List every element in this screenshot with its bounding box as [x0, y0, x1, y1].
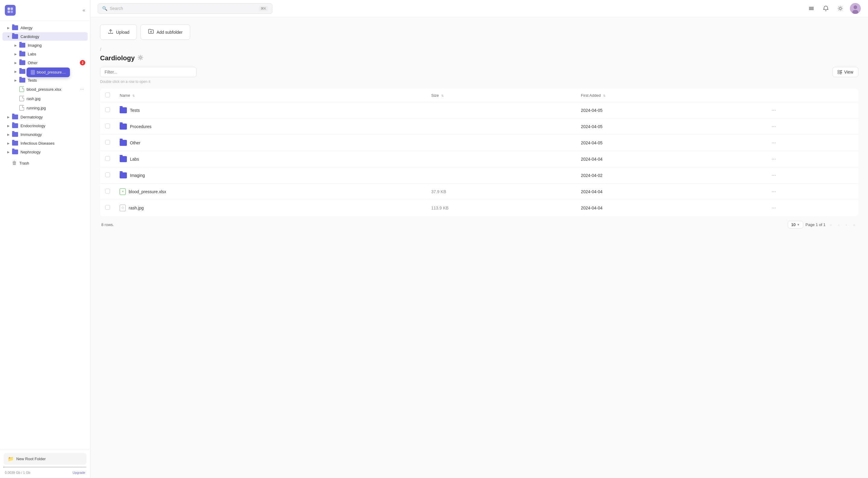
table-row[interactable]: Procedures2024-04-05··· — [100, 119, 858, 135]
storage-used-text: 0.0039 Gb / 1 Gb — [5, 471, 30, 474]
sidebar-item-label: rash.jpg — [27, 96, 84, 101]
sidebar-item-allergy[interactable]: ▶ Allergy — [2, 24, 88, 32]
upgrade-button[interactable]: Upgrade — [73, 471, 85, 474]
sidebar-item-label: Imaging — [28, 43, 84, 47]
menu-button[interactable] — [807, 4, 816, 13]
svg-rect-1 — [10, 7, 13, 10]
row-more-button[interactable]: ··· — [770, 187, 777, 196]
spacer: ▶ — [6, 161, 11, 165]
sidebar-item-immunology[interactable]: ▶ Immunology — [2, 130, 88, 139]
sidebar-item-rash[interactable]: rash.jpg — [2, 94, 88, 103]
sidebar-item-cardiology[interactable]: ▼ Cardiology — [2, 32, 88, 41]
settings-button[interactable] — [138, 55, 143, 62]
folder-icon — [19, 60, 25, 65]
row-checkbox[interactable] — [105, 156, 110, 161]
sidebar-footer: 📁 New Root Folder 0.0039 Gb / 1 Gb Upgra… — [0, 449, 90, 478]
chevron-down-icon: ▼ — [797, 223, 800, 226]
row-checkbox[interactable] — [105, 172, 110, 177]
first-page-button[interactable]: « — [828, 221, 834, 228]
topbar-actions — [807, 3, 861, 14]
new-root-label: New Root Folder — [16, 456, 46, 461]
sidebar-item-dermatology[interactable]: ▶ Dermatology — [2, 113, 88, 121]
settings-icon — [138, 55, 143, 60]
more-icon[interactable]: ··· — [80, 87, 84, 92]
table-row[interactable]: Imaging2024-04-02··· — [100, 167, 858, 184]
notification-button[interactable] — [821, 4, 831, 13]
prev-page-button[interactable]: ‹ — [836, 221, 841, 228]
theme-toggle-button[interactable] — [835, 4, 845, 13]
row-more-button[interactable]: ··· — [770, 171, 777, 180]
filter-input[interactable] — [100, 67, 196, 77]
file-name-text: Procedures — [130, 124, 152, 129]
add-subfolder-button[interactable]: Add subfolder — [141, 24, 190, 40]
sun-icon — [837, 5, 843, 11]
view-button[interactable]: View — [832, 67, 858, 77]
sidebar-item-label: running.jpg — [27, 106, 84, 110]
row-more-button[interactable]: ··· — [770, 203, 777, 212]
new-root-folder-button[interactable]: 📁 New Root Folder — [4, 453, 87, 465]
last-page-button[interactable]: » — [851, 221, 857, 228]
svg-rect-24 — [840, 70, 842, 71]
sidebar-item-blood-pressure[interactable]: blood_pressure.xlsx ··· — [2, 85, 88, 94]
sidebar-item-label: Other — [28, 61, 84, 65]
folder-icon — [12, 34, 18, 39]
sort-icon[interactable]: ⇅ — [132, 94, 135, 97]
jpg-file-icon — [19, 105, 24, 110]
file-table: Name ⇅ Size ⇅ First Added ⇅ Tests202 — [100, 89, 858, 216]
file-name-cell: Labs — [120, 156, 422, 162]
sidebar-item-imaging[interactable]: ▶ Imaging — [2, 41, 88, 50]
row-checkbox[interactable] — [105, 205, 110, 210]
row-more-button[interactable]: ··· — [770, 138, 777, 147]
chevron-right-icon: ▶ — [13, 69, 18, 74]
avatar[interactable] — [850, 3, 861, 14]
table-row[interactable]: rash.jpg113.9 KB2024-04-04··· — [100, 200, 858, 216]
column-size: Size ⇅ — [427, 89, 576, 102]
row-more-button[interactable]: ··· — [770, 122, 777, 131]
badge: 2 — [80, 60, 85, 65]
page-size-select[interactable]: 10 ▼ — [788, 221, 803, 228]
table-row[interactable]: Labs2024-04-04··· — [100, 151, 858, 167]
chevron-right-icon: ▶ — [6, 123, 11, 128]
topbar: 🔍 Search ⌘K — [90, 0, 868, 17]
row-checkbox[interactable] — [105, 107, 110, 112]
file-name-cell: Other — [120, 140, 422, 146]
add-subfolder-label: Add subfolder — [156, 30, 182, 35]
next-page-button[interactable]: › — [844, 221, 849, 228]
sidebar-collapse-button[interactable]: « — [83, 7, 85, 13]
row-more-button[interactable]: ··· — [770, 155, 777, 163]
sidebar-item-other[interactable]: ▶ Other 2 blood_pressure.... — [2, 59, 88, 67]
row-more-button[interactable]: ··· — [770, 106, 777, 115]
svg-rect-22 — [838, 70, 839, 72]
row-checkbox[interactable] — [105, 140, 110, 145]
sidebar-item-labs[interactable]: ▶ Labs — [2, 50, 88, 58]
svg-rect-27 — [840, 73, 841, 74]
sidebar-item-infectious-diseases[interactable]: ▶ Infectious Diseases — [2, 139, 88, 148]
row-checkbox[interactable] — [105, 124, 110, 128]
page-title: Cardiology — [100, 54, 135, 62]
file-name-cell: Imaging — [120, 172, 422, 179]
sidebar-item-running[interactable]: running.jpg — [2, 103, 88, 113]
select-all-checkbox[interactable] — [105, 93, 110, 97]
search-bar[interactable]: 🔍 Search ⌘K — [98, 3, 273, 14]
sort-icon[interactable]: ⇅ — [441, 94, 444, 97]
chevron-right-icon: ▶ — [6, 25, 11, 30]
table-row[interactable]: Other2024-04-05··· — [100, 135, 858, 151]
svg-rect-4 — [809, 7, 814, 7]
chevron-right-icon: ▶ — [6, 141, 11, 146]
sidebar-item-tests[interactable]: ▶ Tests — [2, 76, 88, 85]
sidebar-item-endocrinology[interactable]: ▶ Endocrinology — [2, 122, 88, 130]
jpg-file-icon — [120, 205, 126, 211]
table-row[interactable]: Tests2024-04-05··· — [100, 102, 858, 119]
sidebar-item-trash[interactable]: ▶ 🗑 Trash — [2, 159, 88, 167]
row-checkbox[interactable] — [105, 189, 110, 193]
breadcrumb: / — [100, 47, 858, 52]
sort-icon[interactable]: ⇅ — [603, 94, 606, 97]
sidebar-item-nephrology[interactable]: ▶ Nephrology — [2, 148, 88, 156]
tooltip-file-icon — [31, 70, 35, 75]
table-row[interactable]: blood_pressure.xlsx37.9 KB2024-04-04··· — [100, 184, 858, 200]
chevron-down-icon: ▼ — [6, 34, 11, 39]
svg-line-12 — [838, 7, 839, 7]
file-size — [427, 135, 576, 151]
upload-button[interactable]: Upload — [100, 24, 137, 40]
folder-title-row: Cardiology — [100, 54, 858, 62]
